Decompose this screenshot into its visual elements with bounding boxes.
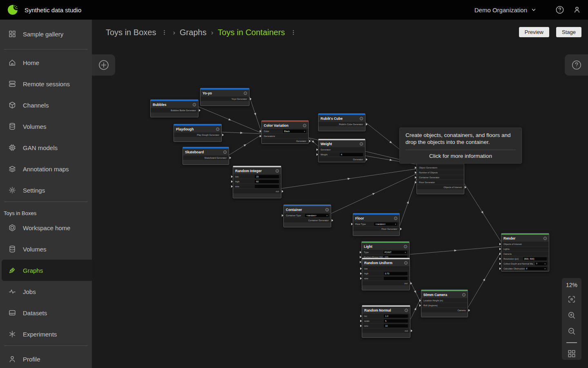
output-port-icon[interactable] [410,282,412,285]
input-port-icon[interactable] [360,277,362,280]
info-icon[interactable]: i [303,124,306,127]
node-input-row[interactable]: Calculate ObstructionF▾ [501,266,549,271]
output-port-icon[interactable] [199,109,200,112]
info-icon[interactable]: i [394,217,397,220]
node-input-row[interactable]: Lights [501,247,549,251]
node-output-row[interactable]: Yoyo Generator [200,96,249,101]
sidebar-item-volumes[interactable]: Volumes [0,238,92,260]
node-output-row[interactable]: Skateboard Generator [183,155,229,160]
info-icon[interactable]: i [404,245,407,248]
input-port-icon[interactable] [415,171,416,174]
output-port-icon[interactable] [366,158,368,161]
sidebar-item-gan-models[interactable]: GAN models [0,137,92,158]
node-field[interactable]: 10 [384,324,408,328]
node-output-row[interactable]: out [233,189,281,193]
sidebar-item-profile[interactable]: Profile [0,348,92,368]
input-port-icon[interactable] [499,248,501,250]
info-icon[interactable]: i [405,309,408,312]
input-port-icon[interactable] [499,258,501,260]
node-select[interactable]: POINT▾ [383,251,407,254]
info-icon[interactable]: i [543,237,547,240]
graph-node-bubbles[interactable]: BubblesiBubbles Bottle Generator [150,99,198,117]
node-input-row[interactable]: Floor Type<random>▾ [353,222,399,226]
input-port-icon[interactable] [231,185,233,188]
graph-node-weight[interactable]: WeightiGeneratorWeight4Generator [318,139,365,162]
node-select[interactable]: F▾ [525,267,547,270]
input-port-icon[interactable] [316,148,318,151]
node-field[interactable]: 0.70 [384,272,408,275]
input-port-icon[interactable] [360,272,362,275]
info-icon[interactable]: i [462,293,466,296]
node-input-row[interactable]: Generators [262,134,308,138]
input-port-icon[interactable] [360,256,361,258]
sidebar-item-home[interactable]: Home [0,52,92,73]
input-port-icon[interactable] [360,267,362,270]
tooltip-more-info-link[interactable]: Click for more information [405,150,516,160]
info-icon[interactable]: i [276,169,279,173]
graph-node-yoyo[interactable]: Yo-yoiYoyo Generator [200,88,249,106]
sidebar-item-annotation-maps[interactable]: Annotation maps [0,158,92,180]
minimap-button[interactable] [567,349,576,358]
output-port-icon[interactable] [366,123,368,126]
node-select[interactable]: Black▾ [283,130,306,133]
output-port-icon[interactable] [468,309,470,312]
node-input-row[interactable]: Container Generator [417,175,464,180]
node-input-row[interactable]: high60 [233,179,281,184]
kebab-menu-icon[interactable] [290,29,297,36]
node-input-row[interactable]: high0.70 [362,271,410,276]
input-port-icon[interactable] [415,166,416,169]
output-port-icon[interactable] [250,98,252,100]
graph-node-skateboard[interactable]: SkateboardiSkateboard Generator [183,147,229,165]
node-input-row[interactable]: loc1.0 [362,314,410,318]
node-input-row[interactable]: Location Height (m) [421,298,468,303]
node-field[interactable]: 15 [255,175,279,178]
info-icon[interactable]: i [360,117,363,120]
input-port-icon[interactable] [360,251,361,254]
node-field[interactable]: [500, 500] [523,257,547,260]
node-field[interactable] [384,277,408,280]
node-input-row[interactable]: Roll (degrees) [421,303,468,307]
node-select[interactable]: <random>▾ [305,214,329,217]
node-output-row[interactable]: Play Dough Generator [174,132,221,137]
graph-node-camera-50mm[interactable]: 50mm CameraiLocation Height (m)Roll (deg… [421,289,468,317]
node-output-row[interactable]: Rubik's Cube Generator [318,122,365,126]
node-field[interactable]: 1.0 [384,314,408,318]
input-port-icon[interactable] [360,315,362,317]
graph-node-container[interactable]: ContaineriContainer Type<random>▾Contain… [283,204,331,227]
node-input-row[interactable]: ColorBlack▾ [262,129,308,133]
output-port-icon[interactable] [332,219,333,222]
output-port-icon[interactable] [282,190,283,193]
graph-node-random-uniform[interactable]: Random Uniformilowhigh0.70sizeout [362,258,410,290]
info-icon[interactable]: i [360,142,363,146]
info-icon[interactable]: i [216,128,219,131]
node-output-row[interactable]: Generator [318,157,365,162]
info-icon[interactable]: i [325,208,329,211]
node-output-row[interactable]: Camera [421,308,468,312]
info-icon[interactable]: i [193,103,196,106]
node-input-row[interactable]: Floor Generator [417,180,464,184]
breadcrumb-item-graphs[interactable]: Graphs [180,28,207,37]
node-input-row[interactable]: low [362,266,410,271]
node-input-row[interactable]: Weight4 [318,152,365,157]
node-output-row[interactable]: Bubbles Bottle Generator [151,108,198,112]
node-output-row[interactable]: Objects of Interest [417,185,464,189]
node-field[interactable]: 5 [384,319,408,323]
output-port-icon[interactable] [222,134,224,136]
graph-node-playdough[interactable]: PlaydoughiPlay Dough Generator [174,124,222,142]
org-selector[interactable]: Demo Organization [474,7,537,13]
node-input-row[interactable]: size10 [362,323,410,328]
node-input-row[interactable]: size [233,184,281,188]
info-icon[interactable]: i [223,150,227,154]
node-output-row[interactable]: Generator [262,139,308,143]
input-port-icon[interactable] [231,180,233,183]
zoom-out-button[interactable] [567,326,577,336]
node-select[interactable]: T▾ [535,262,547,265]
input-port-icon[interactable] [415,176,416,179]
node-field[interactable] [255,185,279,188]
node-input-row[interactable]: Collect Depth and Normal Ma...T▾ [501,261,549,266]
node-input-row[interactable]: Container Type<random>▾ [284,213,331,218]
input-port-icon[interactable] [419,304,421,307]
node-input-row[interactable]: Number of Objects [417,170,464,175]
graph-node-rubiks-cube[interactable]: Rubik's CubeiRubik's Cube Generator [318,113,365,131]
input-port-icon[interactable] [260,135,261,137]
